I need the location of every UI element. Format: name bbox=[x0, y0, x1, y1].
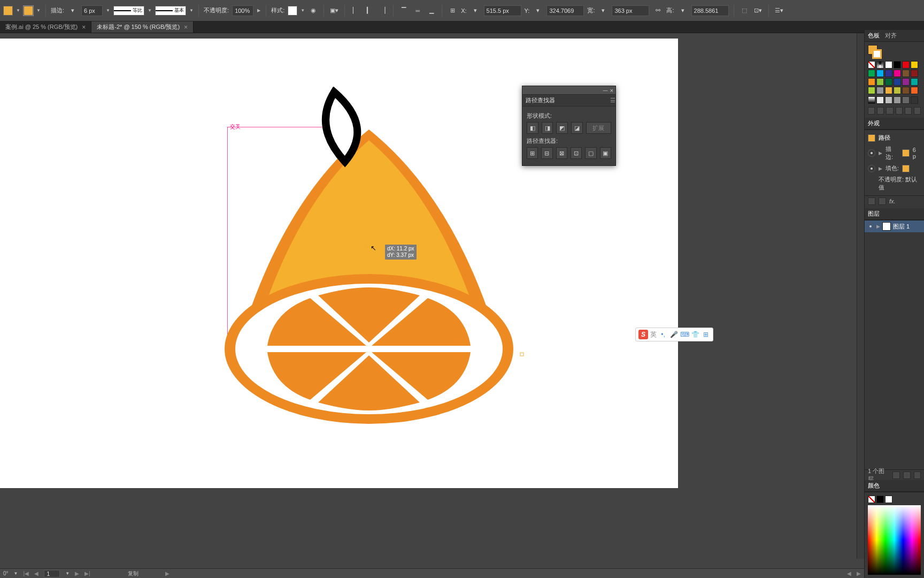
close-icon[interactable]: × bbox=[610, 87, 613, 94]
ime-skin-icon[interactable]: 👕 bbox=[691, 330, 699, 339]
align-left-icon[interactable]: ▏ bbox=[350, 5, 360, 16]
crop-button[interactable]: ⊡ bbox=[571, 147, 582, 159]
align-middle-icon[interactable]: ═ bbox=[412, 5, 423, 16]
transform-menu-icon[interactable]: ⊡▾ bbox=[753, 5, 764, 16]
black-chip[interactable] bbox=[876, 496, 884, 503]
stroke-width-dropdown[interactable]: ▼ bbox=[106, 7, 110, 14]
ime-punct-icon[interactable]: •, bbox=[659, 330, 667, 339]
canvas-viewport[interactable]: 交叉 bbox=[0, 33, 864, 568]
none-swatch[interactable] bbox=[868, 61, 875, 69]
ime-tools-icon[interactable]: ⊞ bbox=[702, 330, 710, 339]
trim-button[interactable]: ⊟ bbox=[541, 147, 552, 159]
page-input[interactable] bbox=[44, 570, 60, 577]
visibility-toggle[interactable] bbox=[868, 149, 875, 157]
new-fill-icon[interactable] bbox=[879, 197, 886, 205]
stroke-color-swatch[interactable] bbox=[902, 149, 910, 157]
visibility-toggle[interactable] bbox=[868, 165, 875, 172]
align-right-icon[interactable]: ▕ bbox=[378, 5, 388, 16]
outline-button[interactable]: ▢ bbox=[585, 147, 596, 159]
panel-title[interactable]: 路径查找器 bbox=[526, 96, 555, 104]
first-page-icon[interactable]: |◀ bbox=[24, 571, 29, 576]
ime-keyboard-icon[interactable]: ⌨ bbox=[680, 330, 689, 339]
prev-page-icon[interactable]: ◀ bbox=[34, 571, 38, 576]
stroke-profile-preview[interactable]: 等比 bbox=[113, 6, 144, 16]
link-icon[interactable]: ⚯ bbox=[652, 5, 663, 16]
layer-name[interactable]: 图层 1 bbox=[893, 223, 910, 231]
w-input[interactable] bbox=[612, 5, 649, 16]
minus-front-button[interactable]: ◨ bbox=[542, 122, 553, 134]
gradient-swatch[interactable] bbox=[868, 96, 875, 104]
swatch-options-icon[interactable] bbox=[886, 107, 893, 115]
shape-icon[interactable]: ⬚ bbox=[739, 5, 750, 16]
stroke-dropdown[interactable]: ▼ bbox=[36, 7, 41, 14]
panel-header[interactable]: — × bbox=[522, 86, 615, 95]
align-bottom-icon[interactable]: ▁ bbox=[426, 5, 437, 16]
swatch-menu-icon[interactable] bbox=[877, 107, 884, 115]
new-swatch-icon[interactable] bbox=[905, 107, 912, 115]
new-group-icon[interactable] bbox=[896, 107, 903, 115]
align-menu-icon[interactable]: ▣▾ bbox=[329, 5, 340, 16]
next-page-icon[interactable]: ▶ bbox=[75, 571, 79, 576]
doc-tab-1[interactable]: 案例.ai @ 25 % (RGB/预览) × bbox=[0, 21, 91, 33]
play-icon[interactable]: ▶ bbox=[165, 571, 170, 576]
expand-button[interactable]: 扩展 bbox=[586, 122, 611, 134]
fill-color-swatch[interactable] bbox=[902, 165, 910, 172]
align-tab[interactable]: 对齐 bbox=[885, 32, 897, 40]
chevron-right-icon[interactable]: ▶ bbox=[876, 224, 880, 229]
new-stroke-icon[interactable] bbox=[868, 197, 875, 205]
last-page-icon[interactable]: ▶| bbox=[84, 571, 90, 576]
merge-button[interactable]: ⊠ bbox=[556, 147, 567, 159]
color-spectrum[interactable] bbox=[868, 505, 921, 575]
style-swatch[interactable] bbox=[288, 6, 297, 16]
stroke-width-input[interactable] bbox=[81, 5, 103, 16]
color-tab[interactable]: 颜色 bbox=[868, 482, 880, 490]
exclude-button[interactable]: ◪ bbox=[571, 122, 583, 134]
white-chip[interactable] bbox=[885, 496, 892, 503]
trash-icon[interactable] bbox=[914, 107, 921, 115]
panel-menu-icon[interactable]: ☰ bbox=[610, 97, 615, 104]
transform-icon[interactable]: ⊞ bbox=[447, 5, 458, 16]
minus-back-button[interactable]: ▣ bbox=[600, 147, 611, 159]
align-center-icon[interactable]: ▎ bbox=[364, 5, 374, 16]
ime-mic-icon[interactable]: 🎤 bbox=[669, 330, 678, 339]
h-input[interactable] bbox=[691, 5, 729, 16]
stroke-swatch[interactable] bbox=[24, 6, 33, 16]
doc-tab-2[interactable]: 未标题-2* @ 150 % (RGB/预览) × bbox=[91, 21, 194, 33]
divide-button[interactable]: ⊞ bbox=[527, 147, 538, 159]
recolor-icon[interactable]: ◉ bbox=[308, 5, 319, 16]
stroke-menu-icon[interactable]: ▾ bbox=[67, 5, 78, 16]
scroll-left-icon[interactable]: ◀ bbox=[847, 571, 851, 576]
sogou-icon[interactable]: S bbox=[638, 330, 648, 339]
registration-swatch[interactable] bbox=[876, 61, 884, 69]
fill-dropdown[interactable]: ▼ bbox=[16, 7, 20, 14]
y-input[interactable] bbox=[546, 5, 584, 16]
vertical-scrollbar[interactable] bbox=[857, 33, 864, 559]
layer-row[interactable]: ▶ 图层 1 bbox=[865, 220, 924, 232]
none-chip[interactable] bbox=[868, 496, 875, 503]
layers-tab[interactable]: 图层 bbox=[868, 210, 880, 218]
chevron-right-icon[interactable]: ▶ bbox=[879, 166, 882, 171]
swatch-lib-icon[interactable] bbox=[868, 107, 875, 115]
appearance-tab[interactable]: 外观 bbox=[868, 119, 880, 127]
ime-lang[interactable]: 英 bbox=[650, 330, 657, 339]
x-input[interactable] bbox=[484, 5, 521, 16]
fill-swatch[interactable] bbox=[3, 6, 13, 16]
chevron-right-icon[interactable]: ▶ bbox=[879, 150, 882, 156]
ime-toolbar[interactable]: S 英 •, 🎤 ⌨ 👕 ⊞ bbox=[635, 328, 713, 341]
brush-preview[interactable]: 基本 bbox=[155, 6, 186, 16]
scroll-right-icon[interactable]: ▶ bbox=[857, 571, 861, 576]
stroke-indicator[interactable] bbox=[872, 49, 882, 59]
swatches-tab[interactable]: 色板 bbox=[868, 32, 880, 40]
new-sublayer-icon[interactable] bbox=[903, 471, 911, 479]
new-layer-icon[interactable] bbox=[914, 471, 921, 479]
rotate-value[interactable]: 0° bbox=[3, 571, 9, 576]
locate-icon[interactable] bbox=[892, 471, 900, 479]
align-top-icon[interactable]: ▔ bbox=[398, 5, 409, 16]
intersect-button[interactable]: ◩ bbox=[556, 122, 568, 134]
close-icon[interactable]: × bbox=[82, 24, 86, 31]
visibility-toggle[interactable] bbox=[867, 223, 874, 230]
close-icon[interactable]: × bbox=[184, 24, 188, 31]
arrange-icon[interactable]: ☰▾ bbox=[774, 5, 784, 16]
opacity-input[interactable] bbox=[232, 5, 253, 16]
fx-icon[interactable]: fx. bbox=[889, 198, 896, 204]
